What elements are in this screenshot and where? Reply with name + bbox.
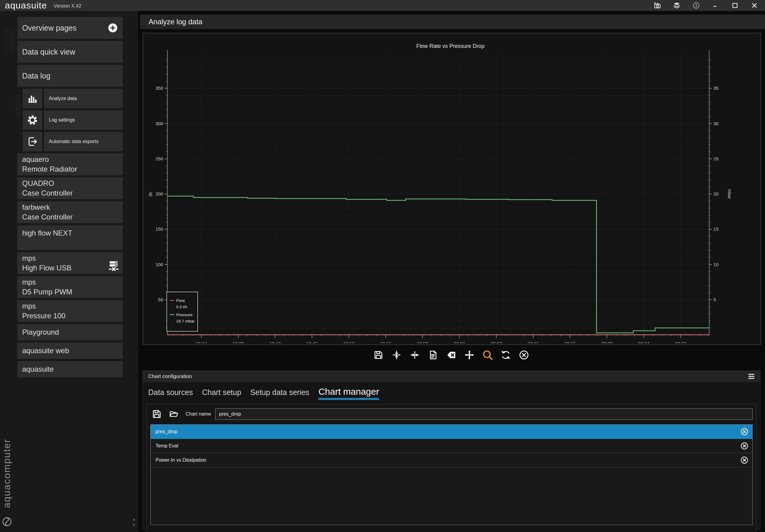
tab-data-sources[interactable]: Data sources bbox=[148, 388, 193, 399]
sidebar-item-quadro-case-controller[interactable]: QUADROCase Controller bbox=[17, 177, 123, 199]
sidebar-item-aquasuite-web[interactable]: aquasuite web bbox=[17, 342, 123, 359]
report-button[interactable] bbox=[426, 348, 439, 361]
sidebar-item-label: Log settings bbox=[44, 110, 123, 130]
sidebar-item-log-settings[interactable]: Log settings bbox=[23, 110, 123, 130]
app-version: Version X.42 bbox=[54, 3, 81, 9]
svg-text:0.0 l/h: 0.0 l/h bbox=[176, 305, 187, 309]
svg-text:19:34: 19:34 bbox=[196, 341, 207, 343]
svg-text:19:38: 19:38 bbox=[233, 341, 244, 343]
svg-text:100: 100 bbox=[156, 262, 163, 267]
fit-vertical-button[interactable] bbox=[390, 348, 403, 361]
cancel-button[interactable] bbox=[517, 348, 530, 361]
sidebar-item-mps-high-flow-usb[interactable]: mpsHigh Flow USB bbox=[17, 252, 123, 274]
zoom-button[interactable] bbox=[481, 348, 494, 361]
sidebar-item-mps-d5-pump-pwm[interactable]: mpsD5 Pump PWM bbox=[17, 276, 123, 298]
sidebar-item-data-log[interactable]: Data log bbox=[17, 65, 123, 87]
sidebar-item-label: Overview pages bbox=[22, 24, 76, 32]
sidebar-item-automatic-data-exports[interactable]: Automatic data exports bbox=[23, 132, 123, 151]
sidebar-item-analyze-data[interactable]: Analyze data bbox=[23, 89, 123, 108]
svg-text:50: 50 bbox=[158, 297, 163, 302]
sidebar-item-label: Playground bbox=[22, 328, 59, 336]
aquacomputer-logo-icon bbox=[2, 517, 12, 527]
sidebar-item-overview-pages[interactable]: Overview pages bbox=[17, 17, 123, 39]
add-circle-icon[interactable] bbox=[108, 23, 118, 33]
tab-setup-data-series[interactable]: Setup data series bbox=[251, 388, 310, 399]
chart-list-item[interactable]: pres_drop bbox=[151, 425, 752, 439]
chart-list-item-label: Power-In vs Dissipation bbox=[156, 457, 206, 463]
svg-text:mbar: mbar bbox=[727, 189, 732, 199]
device-title: mps bbox=[22, 301, 118, 311]
tab-chart-manager[interactable]: Chart manager bbox=[319, 386, 379, 399]
refresh-icon bbox=[500, 349, 511, 360]
close-icon[interactable] bbox=[750, 1, 759, 10]
report-icon bbox=[428, 350, 438, 360]
minimize-icon[interactable] bbox=[711, 1, 720, 10]
fit-horizontal-button[interactable] bbox=[408, 348, 421, 361]
analysis-chart[interactable]: Flow Rate vs Pressure Drop50100150200250… bbox=[143, 33, 759, 343]
svg-text:20:07: 20:07 bbox=[490, 341, 502, 343]
zoom-icon bbox=[482, 349, 493, 361]
svg-text:250: 250 bbox=[156, 156, 163, 161]
svg-text:200: 200 bbox=[156, 191, 163, 197]
sidebar-item-playground[interactable]: Playground bbox=[17, 324, 123, 340]
config-tabs: Data sourcesChart setupSetup data series… bbox=[143, 382, 760, 403]
chart-list-item[interactable]: Temp Eval bbox=[151, 439, 752, 453]
chart-toolbar bbox=[143, 345, 760, 364]
scroll-up-icon[interactable]: ▲ bbox=[132, 517, 136, 521]
svg-text:19.7 mbar: 19.7 mbar bbox=[176, 319, 195, 323]
pan-button[interactable] bbox=[463, 348, 476, 361]
device-subtitle: Case Controller bbox=[22, 212, 118, 222]
save-button[interactable] bbox=[372, 348, 385, 361]
save-chart-button[interactable] bbox=[150, 408, 163, 420]
remove-chart-button[interactable] bbox=[740, 442, 749, 450]
chart-name-input[interactable] bbox=[215, 408, 753, 420]
screenshot-camera-icon[interactable] bbox=[653, 1, 662, 10]
sidebar-item-label: Data quick view bbox=[22, 48, 75, 56]
device-disconnected-icon bbox=[108, 260, 120, 271]
saved-charts-list: pres_dropTemp EvalPower-In vs Dissipatio… bbox=[150, 424, 753, 525]
sidebar-item-high-flow-next[interactable]: high flow NEXT bbox=[17, 225, 123, 250]
chart-configuration-panel: Chart configuration Data sourcesChart se… bbox=[143, 370, 760, 530]
scroll-down-icon[interactable]: ▼ bbox=[132, 523, 136, 527]
sidebar-item-farbwerk-case-controller[interactable]: farbwerkCase Controller bbox=[17, 201, 123, 223]
clear-button[interactable] bbox=[445, 348, 457, 361]
page-title: Analyze log data bbox=[149, 18, 202, 26]
svg-text:Flow Rate vs Pressure Drop: Flow Rate vs Pressure Drop bbox=[416, 43, 484, 49]
svg-text:20:28: 20:28 bbox=[675, 341, 686, 343]
sidebar-item-label: Data log bbox=[22, 72, 50, 80]
open-chart-button[interactable] bbox=[167, 408, 180, 420]
decorative-dots bbox=[4, 29, 15, 55]
hamburger-menu-icon[interactable] bbox=[747, 373, 755, 380]
sidebar-item-label: aquasuite bbox=[22, 365, 54, 373]
svg-text:20:11: 20:11 bbox=[527, 341, 538, 343]
tab-chart-setup[interactable]: Chart setup bbox=[202, 388, 241, 399]
chart-name-row: Chart name bbox=[150, 407, 753, 421]
device-title: farbwerk bbox=[22, 203, 118, 212]
maximize-icon[interactable] bbox=[730, 1, 740, 10]
sidebar-item-data-quick-view[interactable]: Data quick view bbox=[17, 41, 123, 63]
layers-icon[interactable] bbox=[672, 1, 681, 10]
sidebar-item-label: Analyze data bbox=[44, 89, 123, 108]
remove-chart-button[interactable] bbox=[740, 427, 749, 436]
svg-text:l/h: l/h bbox=[148, 192, 153, 197]
aquacomputer-brand: aquacomputer bbox=[1, 326, 12, 508]
chart-list-item[interactable]: Power-In vs Dissipation bbox=[151, 453, 752, 467]
app-logo: aquasuite bbox=[5, 1, 47, 10]
svg-text:350: 350 bbox=[156, 86, 163, 91]
sidebar-item-aquaero-remote-radiator[interactable]: aquaeroRemote Radiator bbox=[17, 153, 123, 175]
device-title: aquaero bbox=[22, 155, 118, 164]
chart-panel: Flow Rate vs Pressure Drop50100150200250… bbox=[143, 33, 761, 345]
svg-text:35: 35 bbox=[713, 86, 719, 91]
sidebar-item-aquasuite[interactable]: aquasuite bbox=[17, 361, 123, 377]
fit-vertical-icon bbox=[391, 350, 402, 360]
refresh-button[interactable] bbox=[499, 348, 512, 361]
remove-chart-button[interactable] bbox=[740, 456, 749, 464]
svg-text:20:03: 20:03 bbox=[453, 341, 465, 343]
device-subtitle: D5 Pump PWM bbox=[22, 287, 118, 297]
sidebar-item-mps-pressure-100[interactable]: mpsPressure 100 bbox=[17, 300, 123, 322]
sidebar-item-label: Automatic data exports bbox=[44, 132, 123, 151]
config-header: Chart configuration bbox=[143, 371, 760, 382]
info-icon[interactable] bbox=[692, 1, 701, 10]
config-content: Chart name pres_dropTemp EvalPower-In vs… bbox=[147, 404, 757, 532]
aquasuite-window: aquasuite Version X.42 Overview pagesDat… bbox=[0, 0, 765, 532]
